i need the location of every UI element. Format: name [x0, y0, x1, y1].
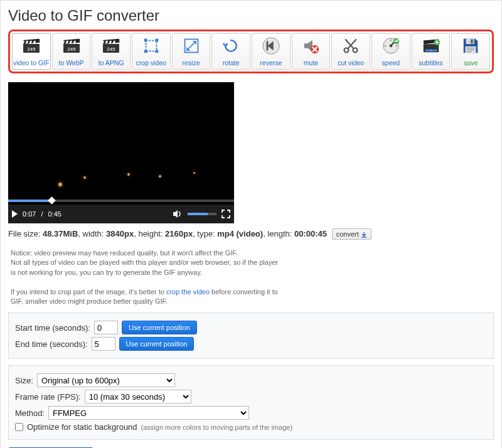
- toolbar: 245 video to GIF 245 to WebP 245 to APNG…: [8, 29, 494, 73]
- tool-to-webp[interactable]: 245 to WebP: [52, 33, 91, 70]
- svg-rect-23: [155, 39, 158, 42]
- svg-rect-43: [467, 48, 475, 48]
- tool-label: crop video: [136, 59, 166, 67]
- tool-resize[interactable]: resize: [172, 33, 211, 70]
- method-label: Method:: [15, 408, 45, 418]
- tool-rotate[interactable]: rotate: [211, 33, 250, 70]
- svg-rect-21: [146, 41, 156, 51]
- download-icon: [361, 232, 367, 238]
- optimize-label: Optimize for static background: [27, 422, 137, 432]
- tool-label: cut video: [338, 59, 364, 67]
- svg-rect-22: [144, 39, 147, 42]
- video-player[interactable]: 0:07 / 0:45: [8, 82, 234, 223]
- fps-label: Frame rate (FPS):: [15, 392, 81, 402]
- optimize-checkbox[interactable]: [15, 423, 23, 431]
- crop-icon: [141, 36, 161, 56]
- tool-label: to WebP: [58, 59, 83, 67]
- start-time-input[interactable]: [94, 321, 118, 334]
- optimize-hint: (assign more colors to moving parts of t…: [141, 424, 293, 431]
- file-length: 00:00:45: [294, 229, 327, 238]
- svg-rect-44: [467, 50, 475, 50]
- tool-speed[interactable]: speed: [371, 33, 410, 70]
- svg-point-31: [353, 48, 358, 53]
- end-time-label: End time (seconds):: [15, 339, 88, 349]
- svg-point-30: [344, 48, 349, 53]
- volume-slider[interactable]: [188, 213, 216, 215]
- time-duration: 0:45: [48, 210, 61, 218]
- svg-text:245: 245: [67, 46, 76, 52]
- tool-subtitles[interactable]: T subtitles: [412, 33, 451, 70]
- tool-video-to-gif[interactable]: 245 video to GIF: [12, 33, 51, 70]
- tool-label: video to GIF: [13, 59, 49, 67]
- tool-reverse[interactable]: reverse: [252, 33, 291, 70]
- time-separator: /: [41, 210, 43, 218]
- tool-label: mute: [304, 59, 318, 67]
- clapper-icon: 245: [101, 36, 121, 56]
- tool-label: reverse: [260, 59, 282, 67]
- clapper-icon: 245: [61, 36, 82, 56]
- subtitles-icon: T: [421, 36, 441, 56]
- size-select[interactable]: Original (up to 600px): [37, 373, 175, 387]
- scissors-icon: [341, 36, 361, 56]
- clapper-icon: 245: [21, 36, 41, 56]
- convert-small-button[interactable]: convert: [332, 228, 371, 240]
- tool-label: speed: [382, 59, 400, 67]
- svg-rect-41: [471, 40, 473, 44]
- tool-cut-video[interactable]: cut video: [331, 33, 370, 70]
- svg-text:245: 245: [107, 46, 115, 52]
- fps-select[interactable]: 10 (max 30 seconds): [85, 390, 191, 403]
- tool-crop-video[interactable]: crop video: [132, 33, 171, 70]
- video-canvas: [8, 82, 234, 205]
- end-time-input[interactable]: [92, 337, 115, 351]
- file-type: mp4 (video): [217, 229, 263, 238]
- crop-video-link[interactable]: crop the video: [166, 288, 210, 296]
- volume-icon[interactable]: [173, 210, 183, 218]
- mute-icon: [301, 36, 321, 56]
- file-width: 3840px: [106, 229, 134, 238]
- file-info: File size: 48.37MiB, width: 3840px, heig…: [8, 228, 494, 240]
- tool-label: to APNG: [99, 59, 124, 67]
- options-panel: Size: Original (up to 600px) Frame rate …: [8, 365, 494, 440]
- svg-rect-25: [155, 50, 158, 53]
- file-height: 2160px: [165, 229, 193, 238]
- svg-rect-24: [144, 50, 147, 53]
- tool-save[interactable]: save: [451, 33, 490, 70]
- svg-point-33: [390, 45, 393, 48]
- time-current: 0:07: [23, 210, 36, 218]
- tool-label: rotate: [223, 59, 240, 67]
- notice-text: Notice: video preview may have reduced q…: [8, 248, 494, 306]
- svg-text:245: 245: [27, 46, 36, 52]
- save-icon: [461, 36, 481, 56]
- speed-icon: [381, 36, 401, 56]
- reverse-icon: [261, 36, 281, 56]
- tool-label: resize: [183, 59, 200, 67]
- size-label: Size:: [15, 376, 33, 385]
- use-current-end-button[interactable]: Use current position: [119, 337, 195, 351]
- method-select[interactable]: FFMPEG: [48, 406, 249, 420]
- svg-rect-45: [467, 51, 473, 51]
- tool-label: save: [464, 59, 478, 67]
- page-title: Video to GIF converter: [8, 7, 494, 24]
- fullscreen-button[interactable]: [222, 210, 230, 218]
- rotate-icon: [221, 36, 241, 56]
- tool-label: subtitles: [419, 59, 443, 67]
- start-time-label: Start time (seconds):: [15, 323, 90, 333]
- svg-rect-28: [266, 41, 268, 51]
- play-button[interactable]: [12, 210, 18, 218]
- file-size: 48.37MiB: [43, 229, 78, 238]
- tool-mute[interactable]: mute: [292, 33, 331, 70]
- video-progress[interactable]: [8, 200, 234, 202]
- use-current-start-button[interactable]: Use current position: [122, 321, 197, 334]
- tool-to-apng[interactable]: 245 to APNG: [92, 33, 131, 70]
- resize-icon: [181, 36, 201, 56]
- time-panel: Start time (seconds): Use current positi…: [8, 312, 494, 359]
